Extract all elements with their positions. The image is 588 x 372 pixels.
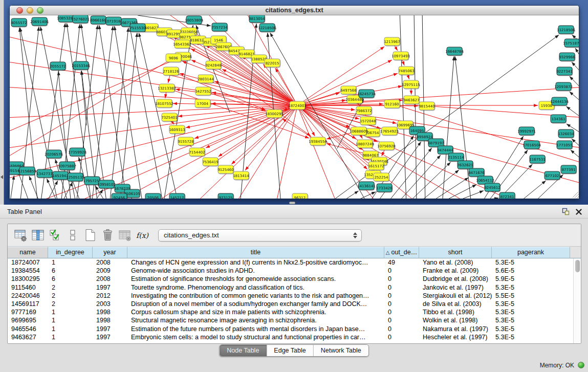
table-mode-button[interactable] [12,227,29,244]
graph-node[interactable]: 1813414 [233,171,249,180]
graph-node[interactable]: 9245612 [484,183,500,191]
panel-splitter[interactable] [288,202,296,205]
function-builder-button[interactable]: f(x) [134,227,151,244]
table-scrollbar[interactable] [573,258,581,343]
graph-node[interactable]: 10756928 [377,142,396,150]
graph-node[interactable]: 7357234 [211,23,228,31]
table-row[interactable]: 1938455462009Genome-wide association stu… [8,267,573,275]
graph-node[interactable]: 1771055 [556,141,572,149]
column-header-out_degree[interactable]: △out_de… [384,247,419,258]
graph-node[interactable]: 10975887 [58,162,76,170]
graph-node[interactable]: 18724007 [288,101,307,110]
unselect-all-columns-button[interactable] [64,227,81,244]
graph-node[interactable]: 7536419 [202,158,218,166]
graph-node[interactable]: 20691406 [30,17,49,26]
tab-network-table[interactable]: Network Table [314,345,368,356]
delete-columns-button[interactable] [99,227,116,244]
graph-node[interactable]: 7986372 [356,106,372,115]
graph-node[interactable]: 2718126 [163,67,179,75]
column-header-pagerank[interactable]: pagerank [492,247,570,258]
graph-node[interactable]: 10688609 [350,127,368,135]
graph-node[interactable]: 9155728 [178,137,193,145]
graph-node[interactable]: 1213967 [384,37,400,46]
table-row[interactable]: 946554611997Estimation of the future num… [8,325,573,333]
graph-node[interactable]: 16053809 [185,16,203,24]
close-window-button[interactable] [16,7,23,14]
graph-node[interactable]: 20506 [145,193,161,199]
graph-node[interactable]: 92456 [112,193,127,199]
graph-node[interactable]: 11218506 [557,26,575,34]
graph-node[interactable]: 9463627 [403,96,419,104]
graph-node[interactable]: 9125460 [217,165,233,173]
table-row[interactable]: 1456911722003Disruption of a novel membe… [8,300,573,308]
graph-node[interactable]: 252254 [374,173,389,181]
graph-node[interactable]: 877391 [561,165,576,173]
zoom-window-button[interactable] [37,7,43,14]
graph-node[interactable]: 145217 [169,193,185,199]
close-panel-button[interactable] [576,209,582,215]
graph-node[interactable]: 17016504 [522,141,541,149]
graph-node[interactable]: 1733426 [376,184,393,192]
graph-node[interactable]: 677102 [545,171,560,180]
tab-node-table[interactable]: Node Table [220,345,267,356]
graph-node[interactable]: 12505135 [66,173,84,181]
graph-node[interactable]: 2803144 [198,75,214,83]
graph-node[interactable]: 96312 [292,193,308,199]
graph-node[interactable]: 9815440 [419,102,434,110]
graph-node[interactable]: 12218506 [258,24,276,32]
show-columns-button[interactable] [29,227,47,244]
panel-collapse-handle[interactable] [1,175,3,179]
graph-node[interactable]: 18300295 [265,110,284,118]
table-selector[interactable]: citations_edges.txt [158,229,362,242]
graph-node[interactable]: 16245734 [357,90,376,98]
graph-node[interactable]: 1342737 [36,169,52,178]
delete-table-button[interactable] [116,227,134,244]
graph-node[interactable]: 1326034 [558,129,574,138]
graph-node[interactable]: 12156859 [18,167,36,175]
graph-node[interactable]: 134361 [551,115,566,123]
graph-node[interactable]: 4055572 [11,18,27,27]
graph-node[interactable]: 20153346 [72,61,90,70]
column-header-title[interactable]: title [127,247,384,258]
graph-node[interactable]: 19992971 [517,127,536,135]
graph-node[interactable]: 6966160 [90,16,106,24]
graph-node[interactable]: 12975115 [402,80,420,89]
canvas-resize-grip[interactable] [573,192,579,199]
minimize-window-button[interactable] [27,7,33,14]
graph-node[interactable]: 973125 [218,193,233,199]
table-row[interactable]: 1830029562008Estimation of significance … [8,275,573,283]
table-row[interactable]: 1872400712008Changes of HCN gene express… [8,258,573,267]
column-header-in_degree[interactable]: in_degree [48,247,93,258]
graph-node[interactable]: 13213382 [158,84,176,92]
graph-node[interactable]: 15276021 [71,15,90,23]
memory-indicator-icon[interactable] [578,362,584,368]
graph-node[interactable]: 872341 [499,192,515,199]
create-column-button[interactable] [81,227,99,244]
graph-node[interactable]: 20206576 [45,150,63,158]
graph-node[interactable]: 9696 [166,54,181,62]
graph-node[interactable]: 16543362 [173,40,191,48]
column-header-name[interactable]: name [8,247,48,258]
graph-node[interactable]: 10958107 [97,180,116,188]
graph-node[interactable]: 15751874 [563,39,579,47]
graph-node[interactable]: 10973493 [391,52,410,60]
scrollbar-thumb[interactable] [575,260,580,272]
table-row[interactable]: 946362711997Embryonic stem cells: a mode… [8,333,573,341]
graph-node[interactable]: 14136141 [357,182,376,190]
graph-node[interactable]: 12093872 [554,82,573,91]
graph-node[interactable]: 16648784 [445,47,464,55]
graph-node[interactable]: 9227341 [556,67,572,75]
tab-edge-table[interactable]: Edge Table [267,345,313,356]
graph-node[interactable]: 1167531 [529,155,545,163]
graph-node[interactable]: 822015 [265,59,280,67]
graph-node[interactable]: 7325401 [161,113,177,121]
graph-node[interactable]: 18807249 [356,140,374,148]
graph-node[interactable]: 7632621 [457,161,473,169]
graph-node[interactable]: 1609313 [169,125,185,134]
column-header-year[interactable]: year [93,247,127,258]
graph-node[interactable]: 18107552 [155,99,173,107]
graph-node[interactable]: 2135114 [448,153,464,161]
graph-node[interactable]: 19384554 [309,137,327,145]
graph-node[interactable]: 9242848 [205,61,221,69]
network-window-titlebar[interactable]: citations_edges.txt [10,6,579,15]
